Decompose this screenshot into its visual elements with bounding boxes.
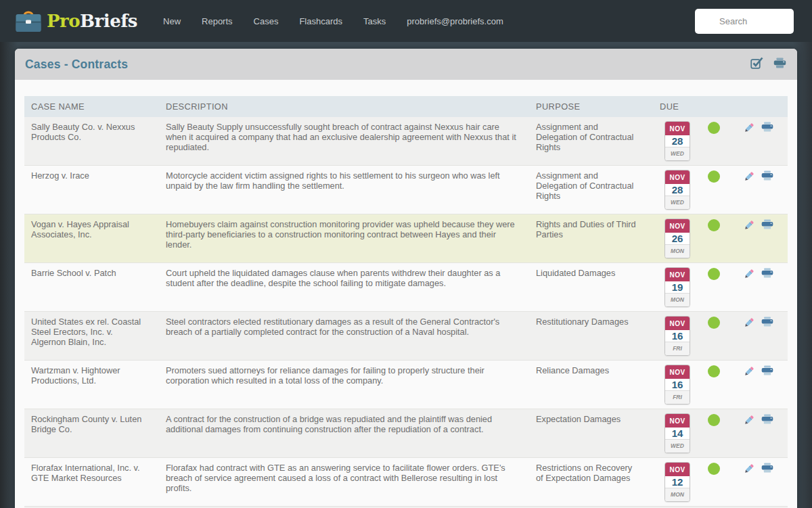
table-row[interactable]: Herzog v. Irace Motorcycle accident vict… <box>24 166 788 214</box>
printer-icon <box>761 170 773 214</box>
printer-icon <box>761 463 773 506</box>
status-green-dot <box>708 122 720 134</box>
due-day: 14 <box>665 428 690 439</box>
due-month: NOV <box>665 122 690 135</box>
page-title: Cases - Contracts <box>25 57 128 72</box>
edit-case-button[interactable] <box>743 170 755 214</box>
pencil-icon <box>743 219 755 262</box>
print-case-button[interactable] <box>761 365 773 409</box>
edit-case-button[interactable] <box>743 219 755 262</box>
table-row[interactable]: Rockingham County v. Luten Bridge Co. A … <box>24 409 788 458</box>
case-purpose: Liquidated Damages <box>530 263 655 311</box>
print-list-button[interactable] <box>773 57 786 71</box>
select-cases-button[interactable] <box>750 57 763 72</box>
due-weekday: MON <box>665 488 690 502</box>
search-input[interactable] <box>695 9 794 34</box>
case-description: Sally Beauty Supply unsuccessfully sough… <box>160 117 530 165</box>
brand-logo[interactable]: ProBriefs <box>15 9 137 33</box>
table-row[interactable]: Wartzman v. Hightower Productions, Ltd. … <box>24 361 788 409</box>
case-purpose: Rights and Duties of Third Parties <box>530 214 655 262</box>
due-month: NOV <box>665 317 690 330</box>
printer-icon <box>761 414 773 457</box>
due-weekday: WED <box>665 195 690 210</box>
table-row[interactable]: United States ex rel. Coastal Steel Erec… <box>24 312 788 361</box>
pencil-icon <box>743 170 755 214</box>
case-name: Barrie School v. Patch <box>24 263 160 311</box>
due-day: 28 <box>665 184 690 195</box>
printer-icon <box>773 57 786 71</box>
due-month: NOV <box>665 170 690 184</box>
print-case-button[interactable] <box>761 317 773 360</box>
column-header-description: DESCRIPTION <box>160 101 530 112</box>
due-day: 16 <box>665 330 690 342</box>
case-description: Steel contractors elected restitutionary… <box>160 312 530 360</box>
edit-case-button[interactable] <box>743 317 755 360</box>
case-purpose: Restrictions on Recovery of Expectation … <box>530 458 655 506</box>
table-row[interactable]: Barrie School v. Patch Court upheld the … <box>24 263 788 312</box>
case-name: Sally Beauty Co. v. Nexxus Products Co. <box>24 117 160 165</box>
edit-case-button[interactable] <box>743 414 755 457</box>
nav-new[interactable]: New <box>163 16 181 26</box>
case-description: Florafax had contract with GTE as an ans… <box>160 458 530 506</box>
case-purpose: Restitutionary Damages <box>530 312 655 360</box>
case-purpose: Reliance Damages <box>530 361 655 409</box>
due-weekday: MON <box>665 293 690 307</box>
pencil-icon <box>743 463 755 506</box>
print-case-button[interactable] <box>761 170 773 214</box>
table-row[interactable]: Sally Beauty Co. v. Nexxus Products Co. … <box>24 117 788 166</box>
print-case-button[interactable] <box>761 219 773 262</box>
status-green-dot <box>708 219 720 231</box>
print-case-button[interactable] <box>761 414 773 457</box>
nav-reports[interactable]: Reports <box>202 16 233 26</box>
pencil-icon <box>743 365 755 409</box>
case-name: Vogan v. Hayes Appraisal Associates, Inc… <box>24 214 160 262</box>
print-case-button[interactable] <box>761 463 773 506</box>
brand-name: ProBriefs <box>47 11 137 31</box>
case-description: A contract for the construction of a bri… <box>160 409 530 457</box>
status-green-dot <box>708 268 720 280</box>
case-description: Court upheld the liquidated damages clau… <box>160 263 530 311</box>
case-description: Motorcycle accident victim assigned righ… <box>160 166 530 214</box>
table-row[interactable]: Florafax International, Inc. v. GTE Mark… <box>24 458 788 507</box>
case-name: Rockingham County v. Luten Bridge Co. <box>24 409 160 457</box>
nav-flashcards[interactable]: Flashcards <box>299 16 342 26</box>
table-body: Sally Beauty Co. v. Nexxus Products Co. … <box>24 117 788 508</box>
due-date-badge: NOV 28 WED <box>664 170 690 210</box>
print-case-button[interactable] <box>761 268 773 311</box>
nav-account-email[interactable]: probriefs@probriefs.com <box>407 16 503 26</box>
due-month: NOV <box>665 365 690 379</box>
pencil-icon <box>743 414 755 457</box>
edit-case-button[interactable] <box>743 268 755 311</box>
case-purpose: Assignment and Delegation of Contractual… <box>530 166 655 214</box>
case-purpose: Assignment and Delegation of Contractual… <box>530 117 655 165</box>
print-case-button[interactable] <box>761 122 773 165</box>
column-header-purpose: PURPOSE <box>530 101 655 112</box>
printer-icon <box>761 365 773 409</box>
case-purpose: Expectation Damages <box>530 409 655 457</box>
column-header-due: DUE <box>655 101 701 112</box>
due-weekday: MON <box>665 244 690 258</box>
case-name: Herzog v. Irace <box>24 166 160 214</box>
due-weekday: WED <box>665 439 690 453</box>
nav-cases[interactable]: Cases <box>254 16 279 26</box>
printer-icon <box>761 317 773 360</box>
nav-tasks[interactable]: Tasks <box>363 16 386 26</box>
pencil-icon <box>743 268 755 311</box>
due-day: 16 <box>665 379 690 390</box>
case-name: Wartzman v. Hightower Productions, Ltd. <box>24 361 160 409</box>
due-weekday: FRI <box>665 390 690 405</box>
case-description: Homebuyers claim against construction mo… <box>160 214 530 262</box>
edit-case-button[interactable] <box>743 463 755 506</box>
panel-toolbar <box>750 57 786 72</box>
table-row[interactable]: Vogan v. Hayes Appraisal Associates, Inc… <box>24 214 788 263</box>
pencil-icon <box>743 122 755 165</box>
due-weekday: FRI <box>665 342 690 356</box>
due-day: 26 <box>665 233 690 244</box>
due-month: NOV <box>665 268 690 281</box>
edit-case-button[interactable] <box>743 365 755 409</box>
status-green-dot <box>708 317 720 329</box>
top-navbar: ProBriefs New Reports Cases Flashcards T… <box>0 0 812 42</box>
printer-icon <box>761 219 773 262</box>
edit-case-button[interactable] <box>743 122 755 165</box>
status-green-dot <box>708 365 720 377</box>
